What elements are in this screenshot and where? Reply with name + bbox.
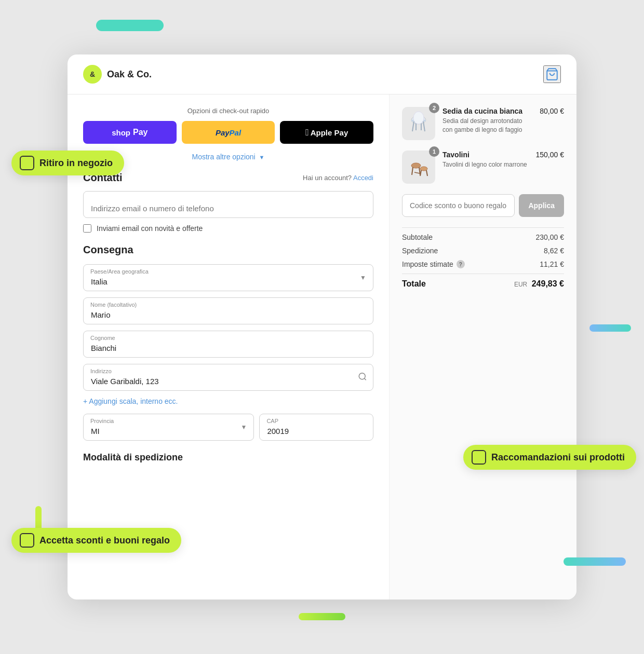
last-name-input[interactable]	[83, 331, 373, 358]
quick-checkout-label: Opzioni di check-out rapido	[83, 107, 373, 115]
total-label: Totale	[402, 279, 426, 289]
chair-svg	[406, 111, 432, 137]
province-select[interactable]: MI	[83, 414, 254, 441]
product-2-price: 150,00 €	[536, 151, 565, 159]
login-link[interactable]: Accedi	[353, 174, 373, 182]
apple-icon: 	[305, 127, 309, 138]
paypal-button[interactable]: Pay Pal	[182, 121, 275, 144]
address-group: Indirizzo	[83, 364, 373, 391]
product-1-price: 80,00 €	[540, 107, 564, 115]
decoration-pill-right-bottom	[564, 557, 626, 566]
bubble-accetta-label: Accetta sconti e buoni regalo	[39, 535, 170, 546]
shipping-title: Modalità di spedizione	[83, 452, 373, 463]
product-2-badge: 1	[429, 146, 439, 157]
product-1-description: Sedia dal design arrotondato con gambe d…	[442, 117, 532, 134]
have-account-text: Hai un account? Accedi	[303, 174, 373, 182]
shipping-value: 8,62 €	[544, 247, 564, 255]
divider-1	[402, 227, 564, 228]
bubble-raccomandazioni-label: Raccomandazioni sui prodotti	[491, 452, 625, 463]
svg-point-1	[359, 373, 365, 379]
delivery-title: Consegna	[83, 244, 373, 256]
logo-area: & Oak & Co.	[83, 65, 152, 84]
add-floor-text: + Aggiungi scala, interno ecc.	[83, 397, 178, 405]
cap-group: CAP	[259, 414, 373, 441]
add-floor-link[interactable]: + Aggiungi scala, interno ecc.	[83, 397, 373, 405]
payment-buttons: shop Pay Pay Pal  Apple Pay	[83, 121, 373, 144]
newsletter-checkbox[interactable]	[83, 224, 91, 233]
product-2-info: Tavolini Tavolini di legno color marrone	[442, 151, 529, 169]
discount-input[interactable]	[402, 194, 515, 217]
bubble-accetta: Accetta sconti e buoni regalo	[11, 528, 181, 553]
decoration-pill-bottom	[299, 613, 345, 620]
checkout-card: & Oak & Co. Opzioni di check-out rapido …	[68, 55, 576, 600]
bubble-raccomandazioni-icon	[472, 450, 486, 465]
first-name-input[interactable]	[83, 297, 373, 324]
country-group: Paese/Area geografica Italia ▼	[83, 264, 373, 291]
product-2-name: Tavolini	[442, 151, 529, 159]
email-input[interactable]	[83, 191, 373, 218]
taxes-label: Imposte stimate	[402, 260, 453, 268]
more-options: Mostra altre opzioni ▼	[83, 152, 373, 161]
total-currency: EUR	[514, 281, 527, 288]
svg-line-14	[420, 170, 421, 176]
decoration-pill-top	[96, 20, 164, 31]
apple-pay-label: Apple Pay	[311, 128, 348, 137]
product-2-image	[402, 151, 435, 184]
main-content: Opzioni di check-out rapido shop Pay Pay…	[68, 94, 576, 600]
subtotal-row: Subtotale 230,00 €	[402, 233, 564, 241]
address-search-button[interactable]	[358, 372, 367, 383]
more-options-link[interactable]: Mostra altre opzioni ▼	[192, 153, 265, 161]
email-group	[83, 191, 373, 218]
stool-svg	[406, 154, 432, 180]
logo-icon: &	[83, 65, 102, 84]
apply-button[interactable]: Applica	[519, 194, 564, 217]
country-select[interactable]: Italia	[83, 264, 373, 291]
svg-line-2	[364, 378, 366, 380]
product-1-img-wrapper: 2	[402, 107, 435, 140]
apple-pay-button[interactable]:  Apple Pay	[280, 121, 373, 144]
bubble-ritiro-icon	[20, 156, 34, 170]
subtotal-label: Subtotale	[402, 233, 433, 241]
product-1-info: Sedia da cucina bianca Sedia dal design …	[442, 107, 532, 134]
search-icon	[358, 372, 367, 382]
chevron-down-icon: ▼	[259, 154, 265, 160]
product-2-img-wrapper: 1	[402, 151, 435, 184]
product-1-name: Sedia da cucina bianca	[442, 107, 532, 115]
cart-icon	[545, 67, 559, 81]
shipping-row: Spedizione 8,62 €	[402, 247, 564, 255]
svg-line-15	[426, 170, 427, 176]
product-2-description: Tavolini di legno color marrone	[442, 160, 529, 169]
discount-row: Applica	[402, 194, 564, 217]
cap-input[interactable]	[259, 414, 373, 441]
bubble-raccomandazioni: Raccomandazioni sui prodotti	[463, 445, 636, 470]
taxes-label-wrapper: Imposte stimate ?	[402, 260, 465, 268]
shop-pay-pay: Pay	[133, 128, 147, 137]
paypal-pal: Pal	[230, 128, 242, 137]
address-input[interactable]	[83, 364, 373, 391]
product-item-2: 1 Tavolini Tavolini di legno color marro…	[402, 151, 564, 184]
bubble-ritiro: Ritiro in negozio	[11, 151, 124, 175]
newsletter-label: Inviami email con novità e offerte	[97, 224, 203, 233]
svg-point-9	[413, 112, 424, 124]
header: & Oak & Co.	[68, 55, 576, 94]
total-value: 249,83 €	[532, 279, 564, 288]
shipping-summary-label: Spedizione	[402, 247, 438, 255]
more-options-text: Mostra altre opzioni	[192, 153, 256, 161]
right-panel: 2 Sedia da cucina bianca Sedia dal desig…	[390, 94, 576, 600]
contact-header: Contatti Hai un account? Accedi	[83, 172, 373, 184]
svg-point-13	[420, 167, 427, 171]
product-1-badge: 2	[429, 103, 439, 113]
taxes-value: 11,21 €	[540, 260, 564, 268]
cart-button[interactable]	[543, 65, 561, 83]
divider-2	[402, 274, 564, 274]
decoration-pill-right	[589, 324, 631, 332]
province-group: Provincia MI ▼	[83, 414, 254, 441]
last-name-group: Cognome	[83, 331, 373, 358]
shop-pay-button[interactable]: shop Pay	[83, 121, 177, 144]
bubble-accetta-icon	[20, 533, 34, 548]
product-item-1: 2 Sedia da cucina bianca Sedia dal desig…	[402, 107, 564, 140]
total-value-wrapper: EUR 249,83 €	[514, 279, 564, 289]
subtotal-value: 230,00 €	[536, 233, 565, 241]
bubble-ritiro-label: Ritiro in negozio	[39, 158, 113, 169]
paypal-p: Pay	[216, 128, 230, 137]
